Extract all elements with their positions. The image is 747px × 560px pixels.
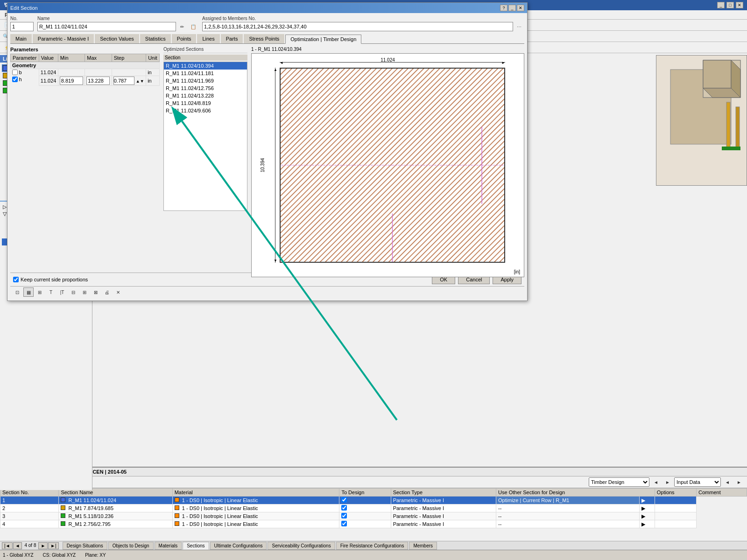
row2-use-other: -- [496,504,640,512]
row3-design-check[interactable] [341,513,347,518]
row4-use-other: -- [496,520,640,528]
preview-area: 11.024 ◄ ► 10.394 ▲ ▼ [251,53,524,277]
opt-item-2[interactable]: R_M1 11.024/11.969 [164,77,247,84]
dialog-close-btn[interactable]: ✕ [517,5,524,11]
row4-options[interactable]: ▶ [640,520,655,528]
view-btn-7[interactable]: ⊞ [79,287,90,297]
tab-stress-points[interactable]: Stress Points [244,34,284,43]
maximize-button[interactable]: □ [726,2,734,8]
h-checkbox[interactable] [12,77,18,82]
view-btn-5[interactable]: |T [57,287,67,297]
table-row-2[interactable]: 2 R_M1 7.874/19.685 1 - DS0 | Isotropic … [0,504,747,512]
b-checkbox[interactable] [12,70,18,75]
tab-section-values[interactable]: Section Values [95,34,139,43]
last-btn[interactable]: ►| [48,542,59,549]
h-step-input[interactable] [113,77,134,85]
tab-members[interactable]: Members [409,542,437,550]
col-options: Options [655,489,696,497]
row2-options[interactable]: ▶ [640,504,655,512]
tab-objects-to-design[interactable]: Objects to Design [108,542,154,550]
assigned-field-group: Assigned to Members No. ⋯ [202,16,524,31]
dialog-help-btn[interactable]: ? [500,5,507,11]
view-btn-6[interactable]: ⊟ [68,287,78,297]
row2-name-text: R_M1 7.874/19.685 [68,505,113,511]
tab-design-situations[interactable]: Design Situations [63,542,107,550]
tab-serviceability[interactable]: Serviceability Configurations [268,542,335,550]
minimize-button[interactable]: _ [717,2,725,8]
col-material: Material [172,489,339,497]
view-btn-10[interactable]: ✕ [113,287,123,297]
bottom-table-container: Section No. Section Name Material To Des… [0,488,747,541]
keep-proportions-checkbox[interactable] [13,277,19,282]
next-btn[interactable]: ► [38,542,48,549]
module-selector[interactable]: Timber Design [589,477,649,487]
col-min: Min [58,54,85,62]
no-input[interactable] [10,22,34,31]
input-data-selector[interactable]: Input Data [674,477,721,487]
tab-points[interactable]: Points [172,34,197,43]
name-browse-btn[interactable]: 📋 [188,22,198,31]
row1-design-check[interactable] [341,497,347,503]
tab-optimization[interactable]: Optimization | Timber Design [285,35,361,44]
row1-section-type: Parametric - Massive I [391,497,496,504]
row4-material: 1 - DS0 | Isotropic | Linear Elastic [172,520,339,528]
tab-materials[interactable]: Materials [155,542,182,550]
tab-parametric[interactable]: Parametric - Massive I [33,34,94,43]
opt-item-5[interactable]: R_M1 11.024/8.819 [164,99,247,107]
table-row-3[interactable]: 3 R_M1 5.118/10.236 1 - DS0 | Isotropic … [0,512,747,520]
row4-section-type: Parametric - Massive I [391,520,496,528]
tab-parts[interactable]: Parts [221,34,243,43]
view-btn-1[interactable]: ⊡ [12,287,22,297]
row2-mat-color [175,505,179,510]
opt-item-3[interactable]: R_M1 11.024/12.756 [164,84,247,92]
name-edit-btn[interactable]: ✏ [177,22,187,31]
opt-item-0[interactable]: R_M1 11.024/10.394 [164,62,247,70]
module-prev-btn[interactable]: ◄ [651,477,661,487]
row1-no: 1 [0,497,59,504]
name-label: Name [37,16,198,21]
view-btn-9[interactable]: 🖨 [102,287,112,297]
row1-options[interactable]: ▶ [640,497,655,504]
row1-name: R_M1 11.024/11.024 [59,497,172,504]
row3-mat-color [175,513,179,518]
h-min-input[interactable] [60,77,83,85]
h-unit: in [146,76,160,86]
assigned-select-btn[interactable]: ⋯ [514,22,524,31]
dialog-min-btn[interactable]: _ [508,5,516,11]
dialog-title: Edit Section [10,5,38,11]
row2-design-check[interactable] [341,505,347,511]
row2-material: 1 - DS0 | Isotropic | Linear Elastic [172,504,339,512]
table-row-4[interactable]: 4 R_M1 2.756/2.795 1 - DS0 | Isotropic |… [0,520,747,528]
input-next-btn[interactable]: ► [734,477,744,487]
tab-main[interactable]: Main [10,34,32,43]
tab-lines[interactable]: Lines [197,34,219,43]
params-section: Parameters Parameter Value Min Max Step … [10,47,160,271]
h-max-input[interactable] [86,77,110,85]
tab-sections[interactable]: Sections [183,542,209,550]
view-btn-4[interactable]: T [46,287,56,297]
input-prev-btn[interactable]: ◄ [722,477,733,487]
view-btn-2[interactable]: ▦ [23,287,34,297]
tab-ultimate-configurations[interactable]: Ultimate Configurations [210,542,267,550]
module-next-btn[interactable]: ► [662,477,673,487]
close-button[interactable]: ✕ [736,2,743,8]
first-btn[interactable]: |◄ [2,542,13,549]
assigned-input[interactable] [202,22,513,31]
h-step-arrows[interactable]: ▲▼ [136,79,144,84]
view-btn-3[interactable]: ⊞ [35,287,45,297]
tab-statistics[interactable]: Statistics [140,34,171,43]
nav-current: 4 of 8 [22,542,38,549]
row4-design-check[interactable] [341,521,347,526]
opt-item-4[interactable]: R_M1 11.024/13.228 [164,92,247,99]
table-row-1[interactable]: 1 R_M1 11.024/11.024 1 - DS0 | Isotropic… [0,497,747,504]
opt-item-6[interactable]: R_M1 11.024/9.606 [164,107,247,114]
name-input[interactable] [37,22,176,31]
opt-item-1[interactable]: R_M1 11.024/11.181 [164,70,247,77]
prev-btn[interactable]: ◄ [13,542,22,549]
view-btn-8[interactable]: ⊠ [91,287,101,297]
row3-options[interactable]: ▶ [640,512,655,520]
tab-fire-resistance[interactable]: Fire Resistance Configurations [336,542,409,550]
b-max [85,69,112,76]
optimized-list: R_M1 11.024/10.394 R_M1 11.024/11.181 R_… [163,62,247,211]
table-row-b: b 11.024 in [11,69,160,76]
